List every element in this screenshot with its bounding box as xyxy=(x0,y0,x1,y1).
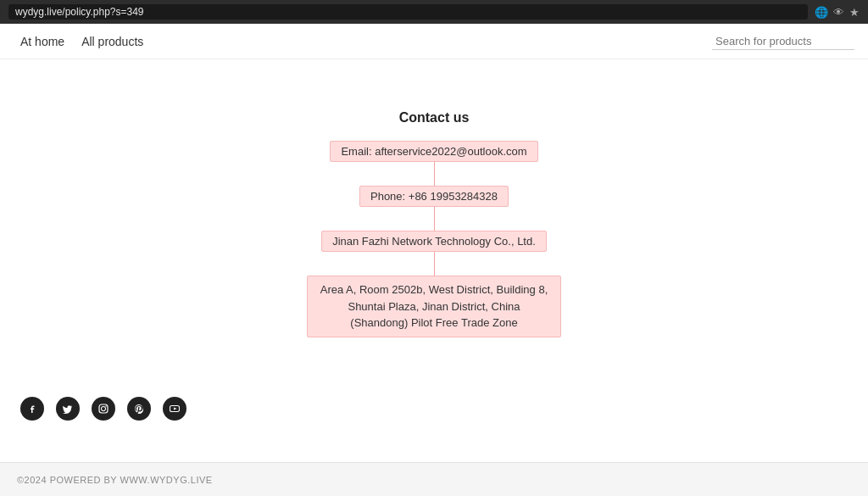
social-bar xyxy=(7,397,186,421)
youtube-icon[interactable] xyxy=(163,397,186,421)
svg-point-1 xyxy=(102,406,106,410)
email-item: Email: afterservice2022@outlook.com xyxy=(330,141,537,162)
main-content: Contact us Email: afterservice2022@outlo… xyxy=(0,59,868,421)
twitter-icon[interactable] xyxy=(56,397,80,421)
connector-2 xyxy=(434,207,435,231)
svg-marker-4 xyxy=(174,407,177,410)
browser-url[interactable]: wydyg.live/policy.php?s=349 xyxy=(8,4,808,20)
browser-bar: wydyg.live/policy.php?s=349 🌐 👁 ★ xyxy=(0,0,868,24)
connector-1 xyxy=(434,162,435,186)
eye-icon[interactable]: 👁 xyxy=(833,6,844,19)
svg-point-2 xyxy=(105,405,106,406)
footer-text: ©2024 POWERED BY WWW.WYDYG.LIVE xyxy=(17,475,213,485)
translate-icon[interactable]: 🌐 xyxy=(815,6,828,19)
browser-icons: 🌐 👁 ★ xyxy=(815,6,860,19)
nav-home[interactable]: At home xyxy=(14,31,71,52)
navbar: At home All products xyxy=(0,24,868,59)
phone-item: Phone: +86 19953284328 xyxy=(359,186,509,207)
contact-section: Contact us Email: afterservice2022@outlo… xyxy=(307,110,561,337)
company-item: Jinan Fazhi Network Technology Co., Ltd. xyxy=(321,231,547,252)
search-input[interactable] xyxy=(715,35,851,47)
nav-links: At home All products xyxy=(14,31,712,52)
pinterest-icon[interactable] xyxy=(127,397,151,421)
facebook-icon[interactable] xyxy=(20,397,44,421)
connector-3 xyxy=(434,252,435,276)
address-item: Area A, Room 2502b, West District, Build… xyxy=(307,276,561,337)
search-box xyxy=(712,33,854,50)
contact-title: Contact us xyxy=(399,110,470,125)
bookmark-icon[interactable]: ★ xyxy=(849,6,860,19)
nav-products[interactable]: All products xyxy=(75,31,150,52)
svg-rect-0 xyxy=(99,404,108,413)
instagram-icon[interactable] xyxy=(92,397,115,421)
footer: ©2024 POWERED BY WWW.WYDYG.LIVE xyxy=(0,462,868,496)
